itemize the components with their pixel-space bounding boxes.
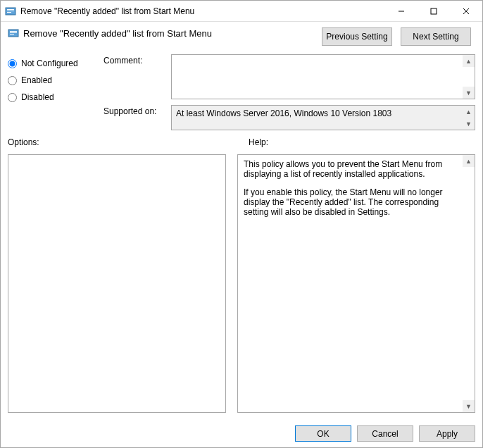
scroll-down-icon[interactable]: ▼ [463,87,475,99]
svg-rect-10 [10,32,17,33]
svg-rect-9 [10,31,17,32]
comment-label: Comment: [104,54,164,99]
radio-not-configured[interactable]: Not Configured [8,58,92,68]
state-column: Not Configured Enabled Disabled [8,54,92,130]
window-title: Remove "Recently added" list from Start … [20,6,385,16]
scrollbar[interactable]: ▲ ▼ [463,55,475,99]
header-row: Remove "Recently added" list from Start … [8,27,475,46]
scroll-up-icon[interactable]: ▲ [463,155,475,167]
close-button[interactable] [450,1,482,22]
svg-rect-11 [10,34,14,35]
panels-row: This policy allows you to prevent the St… [8,154,475,413]
state-radio-group: Not Configured Enabled Disabled [8,58,92,102]
radio-disabled-input[interactable] [8,93,17,102]
titlebar-buttons [385,1,482,22]
titlebar: Remove "Recently added" list from Start … [1,1,482,22]
radio-label: Enabled [21,75,52,85]
supported-on-value: At least Windows Server 2016, Windows 10… [176,108,391,118]
policy-icon [8,27,19,39]
radio-not-configured-input[interactable] [8,59,17,68]
supported-on-text: At least Windows Server 2016, Windows 10… [171,105,475,130]
radio-label: Not Configured [21,58,78,68]
maximize-button[interactable] [418,1,450,22]
radio-disabled[interactable]: Disabled [8,92,92,102]
apply-button[interactable]: Apply [419,425,475,442]
help-panel: This policy allows you to prevent the St… [237,154,475,413]
options-label: Options: [8,137,234,150]
help-label: Help: [249,137,475,150]
mid-section: Not Configured Enabled Disabled Comment:… [8,54,475,130]
comment-row: Comment: ▲ ▼ [104,54,475,99]
svg-rect-3 [7,12,11,13]
help-paragraph: If you enable this policy, the Start Men… [244,187,462,217]
supported-row: Supported on: At least Windows Server 20… [104,105,475,130]
supported-label: Supported on: [104,105,164,130]
radio-enabled[interactable]: Enabled [8,75,92,85]
ok-button[interactable]: OK [295,425,351,442]
scrollbar[interactable]: ▲ ▼ [463,106,475,130]
cancel-button[interactable]: Cancel [357,425,413,442]
dialog-window: Remove "Recently added" list from Start … [0,0,483,448]
previous-setting-button[interactable]: Previous Setting [322,27,392,46]
svg-rect-1 [7,9,14,10]
scrollbar[interactable]: ▲ ▼ [463,155,475,412]
policy-icon [5,6,16,17]
header-title: Remove "Recently added" list from Start … [23,28,212,39]
help-paragraph: This policy allows you to prevent the St… [244,159,462,179]
svg-rect-2 [7,11,14,11]
radio-enabled-input[interactable] [8,76,17,85]
options-panel [8,154,226,413]
comment-textarea[interactable]: ▲ ▼ [171,54,475,99]
scroll-down-icon[interactable]: ▼ [463,118,475,130]
minimize-button[interactable] [385,1,418,22]
next-setting-button[interactable]: Next Setting [401,27,471,46]
radio-label: Disabled [21,92,54,102]
content-area: Remove "Recently added" list from Start … [1,22,482,420]
scroll-up-icon[interactable]: ▲ [463,106,475,118]
scroll-up-icon[interactable]: ▲ [463,55,475,67]
scroll-down-icon[interactable]: ▼ [463,400,475,412]
section-labels-row: Options: Help: [8,137,475,150]
svg-rect-5 [431,8,437,14]
footer: OK Cancel Apply [1,420,482,447]
